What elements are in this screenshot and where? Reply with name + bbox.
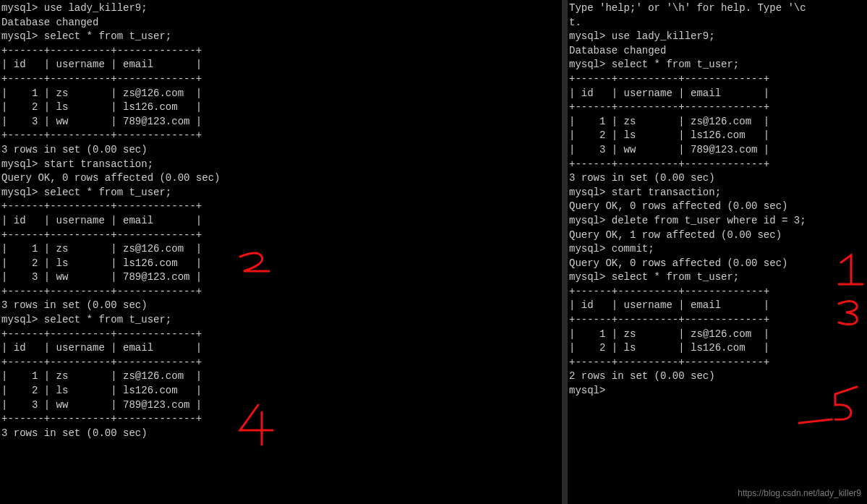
table-row: | 1 | zs | zs@126.com |	[569, 328, 867, 342]
output-line: Query OK, 0 rows affected (0.00 sec)	[569, 200, 867, 214]
table-row: | 2 | ls | ls126.com |	[1, 257, 562, 271]
table-header: | id | username | email |	[1, 58, 562, 72]
rows-msg: 3 rows in set (0.00 sec)	[1, 143, 562, 158]
cmd-line: mysql> select * from t_user;	[1, 186, 562, 200]
table-header: | id | username | email |	[1, 214, 562, 228]
table-row: | 3 | ww | 789@123.com |	[1, 115, 562, 129]
rows-msg: 3 rows in set (0.00 sec)	[569, 171, 867, 186]
cmd-line: mysql> start transaction;	[1, 158, 562, 172]
table-row: | 3 | ww | 789@123.com |	[1, 398, 562, 413]
table-row: | 3 | ww | 789@123.com |	[1, 270, 562, 285]
output-line: t.	[569, 16, 867, 30]
terminal-panels: mysql> use lady_killer9; Database change…	[0, 0, 867, 504]
cmd-line: mysql> use lady_killer9;	[1, 1, 562, 16]
table-row: | 1 | zs | zs@126.com |	[1, 370, 562, 384]
table-sep: +------+----------+-------------+	[1, 72, 562, 87]
table-sep: +------+----------+-------------+	[1, 412, 562, 427]
output-line: Database changed	[1, 16, 562, 30]
table-sep: +------+----------+-------------+	[569, 313, 867, 328]
table-sep: +------+----------+-------------+	[569, 158, 867, 172]
table-sep: +------+----------+-------------+	[569, 356, 867, 370]
cmd-line: mysql> select * from t_user;	[1, 313, 562, 328]
table-sep: +------+----------+-------------+	[1, 228, 562, 243]
right-terminal[interactable]: Type 'help;' or '\h' for help. Type '\c …	[568, 0, 867, 504]
cmd-line: mysql> delete from t_user where id = 3;	[569, 214, 867, 228]
table-sep: +------+----------+-------------+	[569, 101, 867, 115]
cmd-line: mysql> select * from t_user;	[569, 58, 867, 72]
left-terminal[interactable]: mysql> use lady_killer9; Database change…	[0, 0, 568, 504]
table-row: | 2 | ls | ls126.com |	[1, 384, 562, 398]
table-row: | 1 | zs | zs@126.com |	[569, 115, 867, 129]
output-line: Query OK, 1 row affected (0.00 sec)	[569, 228, 867, 243]
rows-msg: 2 rows in set (0.00 sec)	[569, 370, 867, 384]
table-row: | 2 | ls | ls126.com |	[569, 129, 867, 143]
prompt-line: mysql>	[569, 384, 867, 398]
table-sep: +------+----------+-------------+	[1, 200, 562, 214]
table-row: | 1 | zs | zs@126.com |	[1, 242, 562, 257]
watermark: https://blog.csdn.net/lady_killer9	[738, 487, 861, 500]
table-sep: +------+----------+-------------+	[569, 285, 867, 299]
table-row: | 3 | ww | 789@123.com |	[569, 143, 867, 158]
cmd-line: mysql> select * from t_user;	[1, 30, 562, 44]
table-header: | id | username | email |	[569, 87, 867, 101]
cmd-line: mysql> start transaction;	[569, 186, 867, 200]
rows-msg: 3 rows in set (0.00 sec)	[1, 299, 562, 313]
cmd-line: mysql> select * from t_user;	[569, 270, 867, 285]
rows-msg: 3 rows in set (0.00 sec)	[1, 427, 562, 441]
cmd-line: mysql> use lady_killer9;	[569, 30, 867, 44]
table-sep: +------+----------+-------------+	[1, 328, 562, 342]
table-sep: +------+----------+-------------+	[1, 285, 562, 299]
table-row: | 2 | ls | ls126.com |	[569, 341, 867, 356]
table-header: | id | username | email |	[569, 299, 867, 313]
table-sep: +------+----------+-------------+	[1, 356, 562, 370]
table-header: | id | username | email |	[1, 341, 562, 356]
output-line: Type 'help;' or '\h' for help. Type '\c	[569, 1, 867, 16]
output-line: Database changed	[569, 44, 867, 59]
table-row: | 2 | ls | ls126.com |	[1, 101, 562, 115]
cmd-line: mysql> commit;	[569, 242, 867, 257]
output-line: Query OK, 0 rows affected (0.00 sec)	[569, 257, 867, 271]
table-sep: +------+----------+-------------+	[1, 44, 562, 59]
table-sep: +------+----------+-------------+	[1, 129, 562, 143]
table-sep: +------+----------+-------------+	[569, 72, 867, 87]
table-row: | 1 | zs | zs@126.com |	[1, 87, 562, 101]
output-line: Query OK, 0 rows affected (0.00 sec)	[1, 171, 562, 186]
